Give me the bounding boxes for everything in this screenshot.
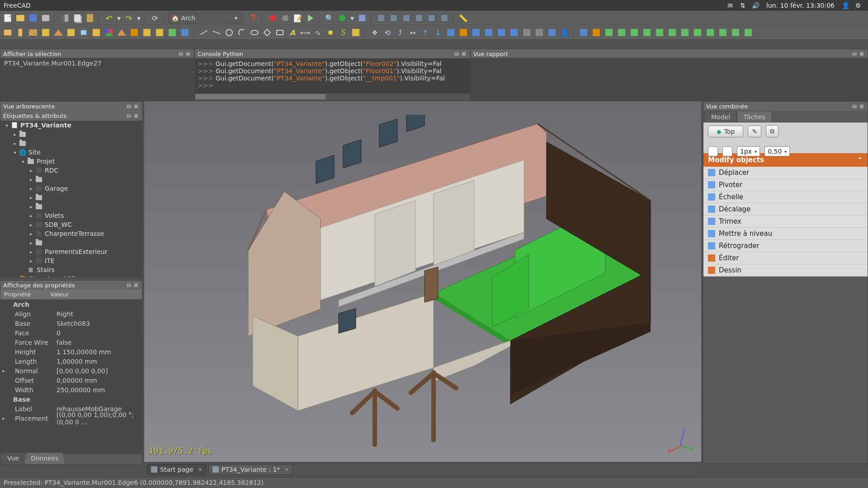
view-left-button[interactable] bbox=[439, 12, 450, 24]
draft-move-button[interactable]: ✥ bbox=[369, 27, 381, 38]
linewidth-spinner[interactable]: 1px bbox=[737, 146, 760, 156]
print-button[interactable] bbox=[40, 12, 52, 24]
property-row[interactable]: ▸Placement[(0,00 0,00 1,00);0,00 °;(0,00… bbox=[0, 413, 142, 423]
view-rear-button[interactable] bbox=[413, 12, 425, 24]
panel-close-icon[interactable]: × bbox=[133, 113, 139, 119]
snap-extension-button[interactable] bbox=[692, 27, 703, 38]
draft-dimension-button[interactable]: ⟷ bbox=[299, 27, 311, 38]
task-item[interactable]: Rétrograder bbox=[703, 240, 868, 252]
tree-item[interactable]: ▸ bbox=[0, 139, 142, 148]
arch-floor-button[interactable] bbox=[40, 27, 52, 38]
arch-frame-button[interactable] bbox=[166, 27, 178, 38]
tree-item[interactable]: ≣Stairs bbox=[0, 265, 142, 274]
draft-clone-button[interactable]: 👤 bbox=[559, 27, 571, 38]
draft-text-button[interactable]: A bbox=[287, 27, 298, 38]
open-file-button[interactable] bbox=[14, 12, 26, 24]
snap-angle-button[interactable] bbox=[666, 27, 678, 38]
panel-float-icon[interactable]: ▭ bbox=[126, 282, 132, 288]
view-iso-button[interactable] bbox=[356, 12, 368, 24]
cut-button[interactable] bbox=[59, 12, 71, 24]
panel-float-icon[interactable]: ▭ bbox=[126, 103, 132, 109]
snap-parallel-button[interactable] bbox=[641, 27, 653, 38]
property-row[interactable]: Length1,00000 mm bbox=[0, 357, 142, 366]
save-button[interactable] bbox=[27, 12, 39, 24]
panel-close-icon[interactable]: × bbox=[133, 282, 139, 288]
arch-window-button[interactable] bbox=[78, 27, 90, 38]
property-row[interactable]: Offset0,00000 mm bbox=[0, 375, 142, 385]
draft-drawing-button[interactable] bbox=[458, 27, 469, 38]
panel-close-icon[interactable]: × bbox=[859, 51, 865, 57]
task-item[interactable]: Échelle bbox=[703, 191, 868, 203]
macro-edit-button[interactable]: 📝 bbox=[292, 12, 304, 24]
document-tab[interactable]: Start page× bbox=[147, 464, 207, 475]
collapse-icon[interactable]: ⌃ bbox=[857, 156, 863, 164]
snap-center-button[interactable] bbox=[679, 27, 691, 38]
undo-menu[interactable]: ▾ bbox=[116, 12, 122, 24]
draft-point-button[interactable] bbox=[325, 27, 336, 38]
arch-building-button[interactable] bbox=[52, 27, 64, 38]
arch-structure-button[interactable] bbox=[14, 27, 26, 38]
panel-close-icon[interactable]: × bbox=[859, 103, 865, 109]
python-body[interactable]: >>> Gui.getDocument("PT34_Variante").get… bbox=[195, 58, 470, 94]
measure-button[interactable]: 📏 bbox=[458, 12, 469, 24]
draft-arc-button[interactable] bbox=[236, 27, 248, 38]
draft-array-button[interactable] bbox=[546, 27, 558, 38]
panel-float-icon[interactable]: ▭ bbox=[126, 113, 132, 119]
copy-button[interactable] bbox=[71, 12, 83, 24]
tree-item[interactable]: ▸ bbox=[0, 193, 142, 202]
arch-section-button[interactable] bbox=[90, 27, 102, 38]
prop-tab-view[interactable]: Vue bbox=[0, 452, 26, 464]
close-tab-icon[interactable]: × bbox=[198, 466, 203, 473]
document-tab[interactable]: PT34_Variante : 1*× bbox=[208, 464, 293, 475]
property-row[interactable]: Height1 150,00000 mm bbox=[0, 347, 142, 357]
volume-icon[interactable]: 🔊 bbox=[751, 1, 760, 10]
draft-draft2sketch-button[interactable] bbox=[533, 27, 545, 38]
combined-tab-tasks[interactable]: Tâches bbox=[737, 111, 772, 122]
snap-midpoint-button[interactable] bbox=[590, 27, 602, 38]
draft-facebinder-button[interactable] bbox=[350, 27, 362, 38]
draft-circle-button[interactable] bbox=[223, 27, 235, 38]
property-row[interactable]: Face0 bbox=[0, 328, 142, 338]
prop-tab-data[interactable]: Données bbox=[24, 452, 66, 464]
snap-ortho-button[interactable] bbox=[717, 27, 729, 38]
property-row[interactable]: Width250,00000 mm bbox=[0, 385, 142, 394]
prop-body[interactable]: ArchAlignRightBaseSketch083Face0Force Wi… bbox=[0, 300, 142, 454]
tree-item[interactable]: ▸ bbox=[0, 202, 142, 211]
arch-rebar-button[interactable] bbox=[27, 27, 39, 38]
line-color-swatch[interactable] bbox=[708, 146, 718, 156]
panel-float-icon[interactable]: ▭ bbox=[453, 51, 460, 57]
opacity-spinner[interactable]: 0,50 bbox=[764, 146, 790, 156]
draft-wire-button[interactable] bbox=[211, 27, 222, 38]
refresh-button[interactable]: ⟳ bbox=[149, 12, 161, 24]
workbench-selector[interactable]: 🏠 Arch bbox=[168, 12, 241, 24]
draft-line-button[interactable] bbox=[198, 27, 210, 38]
draft-wiretobspline-button[interactable] bbox=[483, 27, 495, 38]
3d-viewport[interactable]: 191.9/5.2 fps x y z bbox=[144, 101, 701, 462]
arch-axis-button[interactable] bbox=[103, 27, 115, 38]
draft-offset-button[interactable]: ⤴ bbox=[394, 27, 406, 38]
snap-near-button[interactable] bbox=[704, 27, 716, 38]
working-plane-button[interactable]: ◆Top bbox=[708, 126, 743, 137]
task-item[interactable]: Trimex bbox=[703, 216, 868, 228]
panel-close-icon[interactable]: × bbox=[461, 51, 467, 57]
panel-float-icon[interactable]: ▭ bbox=[178, 51, 184, 57]
undo-button[interactable]: ↶ bbox=[103, 12, 115, 24]
combined-tab-model[interactable]: Model bbox=[704, 111, 737, 122]
snap-perpendicular-button[interactable] bbox=[603, 27, 615, 38]
task-item[interactable]: Mettre à niveau bbox=[703, 228, 868, 240]
tree-item[interactable]: ▸ITE bbox=[0, 256, 142, 265]
arch-panel-button[interactable] bbox=[154, 27, 165, 38]
draft-bspline-button[interactable]: ∿ bbox=[312, 27, 324, 38]
mail-icon[interactable]: ✉ bbox=[726, 1, 735, 10]
arch-roof-button[interactable] bbox=[116, 27, 127, 38]
tree-item[interactable]: ▾🌐Site bbox=[0, 148, 142, 157]
tree-item[interactable]: ▸ bbox=[0, 238, 142, 247]
panel-float-icon[interactable]: ▭ bbox=[851, 51, 858, 57]
view-bottom-button[interactable] bbox=[426, 12, 438, 24]
paste-button[interactable] bbox=[84, 12, 96, 24]
snap-workingplane-button[interactable] bbox=[742, 27, 754, 38]
draft-rotate-button[interactable]: ⟲ bbox=[382, 27, 393, 38]
draft-shapestring-button[interactable]: S bbox=[337, 27, 349, 38]
arch-site-button[interactable] bbox=[65, 27, 77, 38]
draw-style-button[interactable] bbox=[336, 12, 348, 24]
